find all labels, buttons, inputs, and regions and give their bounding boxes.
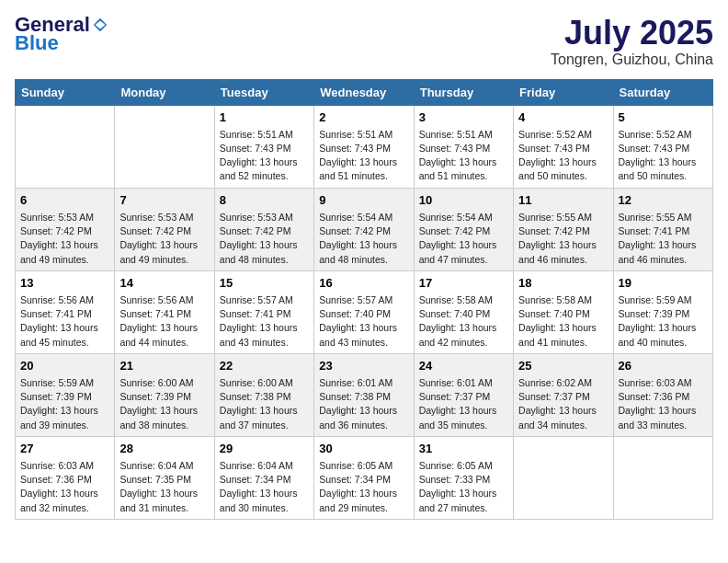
day-number: 9 (319, 192, 408, 209)
calendar-cell: 10Sunrise: 5:54 AMSunset: 7:42 PMDayligh… (414, 188, 513, 270)
day-info: Sunrise: 6:03 AMSunset: 7:36 PMDaylight:… (20, 459, 109, 515)
calendar-cell: 15Sunrise: 5:57 AMSunset: 7:41 PMDayligh… (214, 270, 313, 353)
calendar-cell: 26Sunrise: 6:03 AMSunset: 7:36 PMDayligh… (613, 353, 712, 436)
calendar-week-row: 20Sunrise: 5:59 AMSunset: 7:39 PMDayligh… (16, 353, 713, 436)
calendar-cell: 12Sunrise: 5:55 AMSunset: 7:41 PMDayligh… (613, 188, 712, 270)
calendar-cell: 17Sunrise: 5:58 AMSunset: 7:40 PMDayligh… (414, 270, 513, 353)
calendar-week-row: 6Sunrise: 5:53 AMSunset: 7:42 PMDaylight… (16, 188, 713, 270)
day-number: 10 (419, 192, 508, 209)
day-number: 29 (220, 441, 309, 457)
day-info: Sunrise: 5:54 AMSunset: 7:42 PMDaylight:… (319, 211, 408, 267)
calendar-table: SundayMondayTuesdayWednesdayThursdayFrid… (15, 79, 713, 520)
calendar-cell: 14Sunrise: 5:56 AMSunset: 7:41 PMDayligh… (115, 270, 214, 353)
day-number: 3 (419, 109, 508, 126)
page-header: General Blue July 2025 Tongren, Guizhou,… (15, 15, 713, 68)
calendar-cell: 27Sunrise: 6:03 AMSunset: 7:36 PMDayligh… (16, 436, 115, 519)
calendar-cell (613, 436, 712, 519)
day-number: 20 (20, 358, 109, 374)
logo-icon (92, 17, 108, 33)
day-number: 14 (119, 275, 209, 292)
calendar-cell: 1Sunrise: 5:51 AMSunset: 7:43 PMDaylight… (214, 105, 313, 188)
day-info: Sunrise: 5:53 AMSunset: 7:42 PMDaylight:… (220, 211, 309, 267)
calendar-cell: 23Sunrise: 6:01 AMSunset: 7:38 PMDayligh… (314, 353, 414, 436)
calendar-cell: 31Sunrise: 6:05 AMSunset: 7:33 PMDayligh… (414, 436, 513, 519)
day-info: Sunrise: 6:01 AMSunset: 7:38 PMDaylight:… (319, 376, 408, 432)
calendar-cell: 22Sunrise: 6:00 AMSunset: 7:38 PMDayligh… (214, 353, 313, 436)
day-number: 11 (518, 192, 608, 209)
day-info: Sunrise: 6:02 AMSunset: 7:37 PMDaylight:… (518, 376, 608, 432)
day-number: 4 (518, 109, 608, 126)
calendar-cell: 18Sunrise: 5:58 AMSunset: 7:40 PMDayligh… (514, 270, 613, 353)
day-info: Sunrise: 5:53 AMSunset: 7:42 PMDaylight:… (20, 211, 109, 267)
day-number: 15 (220, 275, 309, 292)
day-number: 30 (319, 441, 408, 457)
day-info: Sunrise: 5:53 AMSunset: 7:42 PMDaylight:… (119, 211, 209, 267)
day-number: 24 (419, 358, 508, 374)
day-info: Sunrise: 6:00 AMSunset: 7:38 PMDaylight:… (220, 376, 309, 432)
day-number: 13 (20, 275, 109, 292)
calendar-cell: 9Sunrise: 5:54 AMSunset: 7:42 PMDaylight… (314, 188, 414, 270)
day-info: Sunrise: 6:00 AMSunset: 7:39 PMDaylight:… (119, 376, 209, 432)
day-info: Sunrise: 5:51 AMSunset: 7:43 PMDaylight:… (319, 128, 408, 184)
calendar-cell: 13Sunrise: 5:56 AMSunset: 7:41 PMDayligh… (16, 270, 115, 353)
weekday-header: Tuesday (214, 79, 313, 105)
day-info: Sunrise: 6:05 AMSunset: 7:33 PMDaylight:… (419, 459, 508, 515)
day-info: Sunrise: 6:01 AMSunset: 7:37 PMDaylight:… (419, 376, 508, 432)
calendar-cell: 16Sunrise: 5:57 AMSunset: 7:40 PMDayligh… (314, 270, 414, 353)
day-number: 8 (220, 192, 309, 209)
day-info: Sunrise: 5:55 AMSunset: 7:42 PMDaylight:… (518, 211, 608, 267)
day-number: 5 (619, 109, 708, 126)
weekday-header: Wednesday (314, 79, 414, 105)
day-info: Sunrise: 5:58 AMSunset: 7:40 PMDaylight:… (419, 293, 508, 350)
day-info: Sunrise: 6:04 AMSunset: 7:34 PMDaylight:… (220, 459, 309, 515)
calendar-week-row: 27Sunrise: 6:03 AMSunset: 7:36 PMDayligh… (16, 436, 713, 519)
calendar-cell: 24Sunrise: 6:01 AMSunset: 7:37 PMDayligh… (414, 353, 513, 436)
day-number: 2 (319, 109, 408, 126)
weekday-header: Thursday (414, 79, 513, 105)
day-number: 19 (619, 275, 708, 292)
day-number: 26 (619, 358, 708, 374)
calendar-cell: 19Sunrise: 5:59 AMSunset: 7:39 PMDayligh… (613, 270, 712, 353)
day-info: Sunrise: 5:52 AMSunset: 7:43 PMDaylight:… (518, 128, 608, 184)
day-info: Sunrise: 5:56 AMSunset: 7:41 PMDaylight:… (20, 293, 109, 350)
calendar-week-row: 13Sunrise: 5:56 AMSunset: 7:41 PMDayligh… (16, 270, 713, 353)
calendar-cell: 3Sunrise: 5:51 AMSunset: 7:43 PMDaylight… (414, 105, 513, 188)
calendar-cell (16, 105, 115, 188)
day-number: 6 (20, 192, 109, 209)
calendar-cell: 7Sunrise: 5:53 AMSunset: 7:42 PMDaylight… (115, 188, 214, 270)
day-info: Sunrise: 5:57 AMSunset: 7:40 PMDaylight:… (319, 293, 408, 350)
calendar-week-row: 1Sunrise: 5:51 AMSunset: 7:43 PMDaylight… (16, 105, 713, 188)
day-number: 16 (319, 275, 408, 292)
day-number: 23 (319, 358, 408, 374)
day-number: 17 (419, 275, 508, 292)
calendar-cell: 25Sunrise: 6:02 AMSunset: 7:37 PMDayligh… (514, 353, 613, 436)
day-info: Sunrise: 5:55 AMSunset: 7:41 PMDaylight:… (619, 211, 708, 267)
calendar-cell: 29Sunrise: 6:04 AMSunset: 7:34 PMDayligh… (214, 436, 313, 519)
logo: General Blue (15, 15, 108, 53)
day-number: 7 (119, 192, 209, 209)
calendar-cell: 30Sunrise: 6:05 AMSunset: 7:34 PMDayligh… (314, 436, 414, 519)
calendar-cell: 8Sunrise: 5:53 AMSunset: 7:42 PMDaylight… (214, 188, 313, 270)
calendar-cell (115, 105, 214, 188)
location: Tongren, Guizhou, China (551, 52, 713, 68)
day-info: Sunrise: 5:56 AMSunset: 7:41 PMDaylight:… (119, 293, 209, 350)
month-year: July 2025 (551, 15, 713, 52)
day-info: Sunrise: 6:05 AMSunset: 7:34 PMDaylight:… (319, 459, 408, 515)
day-number: 21 (119, 358, 209, 374)
weekday-header: Friday (514, 79, 613, 105)
day-info: Sunrise: 5:54 AMSunset: 7:42 PMDaylight:… (419, 211, 508, 267)
day-info: Sunrise: 5:57 AMSunset: 7:41 PMDaylight:… (220, 293, 309, 350)
weekday-header: Monday (115, 79, 214, 105)
calendar-cell: 5Sunrise: 5:52 AMSunset: 7:43 PMDaylight… (613, 105, 712, 188)
day-info: Sunrise: 5:51 AMSunset: 7:43 PMDaylight:… (220, 128, 309, 184)
day-number: 1 (220, 109, 309, 126)
day-number: 27 (20, 441, 109, 457)
calendar-cell: 21Sunrise: 6:00 AMSunset: 7:39 PMDayligh… (115, 353, 214, 436)
day-info: Sunrise: 5:52 AMSunset: 7:43 PMDaylight:… (619, 128, 708, 184)
calendar-cell: 4Sunrise: 5:52 AMSunset: 7:43 PMDaylight… (514, 105, 613, 188)
calendar-cell: 11Sunrise: 5:55 AMSunset: 7:42 PMDayligh… (514, 188, 613, 270)
weekday-header-row: SundayMondayTuesdayWednesdayThursdayFrid… (16, 79, 713, 105)
calendar-cell: 20Sunrise: 5:59 AMSunset: 7:39 PMDayligh… (16, 353, 115, 436)
calendar-cell (514, 436, 613, 519)
weekday-header: Saturday (613, 79, 712, 105)
